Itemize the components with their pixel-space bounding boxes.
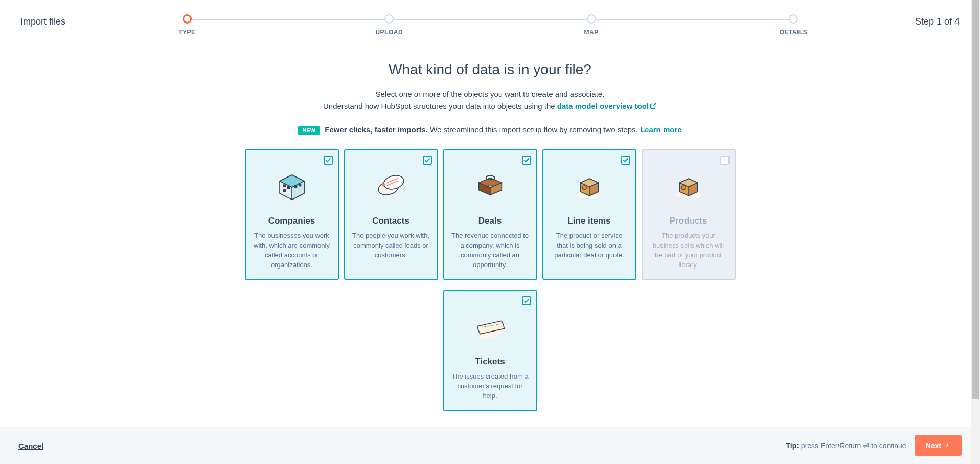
card-description: The product or service that is being sol…	[551, 231, 628, 260]
card-title: Line items	[551, 216, 628, 226]
card-title: Deals	[451, 216, 529, 226]
step-circle	[789, 14, 798, 24]
chevron-right-icon	[944, 441, 950, 450]
step-label: MAP	[584, 29, 599, 36]
ticket-icon	[451, 300, 529, 351]
card-description: The products your business sells which w…	[650, 231, 727, 270]
svg-rect-8	[298, 184, 301, 187]
card-contacts[interactable]: Contacts The people you work with, commo…	[344, 149, 438, 280]
main-heading: What kind of data is in your file?	[194, 61, 787, 78]
svg-rect-5	[287, 186, 290, 189]
step-label: DETAILS	[780, 29, 807, 36]
step-label: UPLOAD	[375, 29, 403, 36]
stepper: TYPE UPLOAD MAP DETAILS	[86, 10, 895, 36]
card-title: Products	[650, 216, 727, 226]
scrollbar-thumb[interactable]	[972, 0, 979, 399]
step-circle-active	[183, 14, 192, 24]
step-circle	[587, 14, 596, 24]
footer: Cancel Tip: press Enter/Return ⏎ to cont…	[0, 427, 980, 464]
card-grid: Companies The businesses you work with, …	[194, 149, 787, 411]
card-title: Companies	[253, 216, 331, 226]
learn-more-link[interactable]: Learn more	[640, 125, 682, 134]
scrollbar[interactable]	[971, 0, 980, 464]
card-description: The revenue connected to a company, whic…	[451, 231, 529, 270]
checkbox-checked-icon	[621, 156, 630, 165]
box-icon	[551, 160, 628, 211]
checkbox-checked-icon	[324, 156, 333, 165]
address-book-icon	[352, 160, 430, 211]
header: Import files TYPE UPLOAD MAP DETAILS Ste…	[0, 0, 980, 41]
step-counter: Step 1 of 4	[915, 16, 960, 27]
box-icon	[650, 160, 727, 211]
card-products: Products The products your business sell…	[642, 149, 736, 280]
card-deals[interactable]: Deals The revenue connected to a company…	[443, 149, 537, 280]
card-line-items[interactable]: Line items The product or service that i…	[542, 149, 636, 280]
next-button[interactable]: Next	[915, 435, 962, 456]
card-description: The issues created from a customer's req…	[451, 372, 529, 401]
building-icon	[253, 160, 331, 211]
svg-rect-7	[294, 185, 297, 188]
checkbox-checked-icon	[522, 156, 531, 165]
svg-rect-4	[283, 184, 286, 187]
banner: NEW Fewer clicks, faster imports. We str…	[194, 125, 787, 135]
svg-rect-6	[283, 189, 286, 192]
svg-point-22	[582, 186, 586, 190]
data-model-overview-link[interactable]: data model overview tool	[557, 102, 657, 111]
tip-text: Tip: press Enter/Return ⏎ to continue	[786, 441, 906, 450]
step-type: TYPE	[86, 14, 288, 36]
card-description: The people you work with, commonly calle…	[352, 231, 430, 260]
external-link-icon	[650, 101, 657, 113]
subtitle: Select one or more of the objects you wa…	[194, 88, 787, 113]
step-label: TYPE	[178, 29, 195, 36]
step-upload: UPLOAD	[288, 14, 490, 36]
card-tickets[interactable]: Tickets The issues created from a custom…	[443, 290, 537, 411]
page-title: Import files	[20, 16, 65, 27]
step-circle	[384, 14, 394, 24]
card-description: The businesses you work with, which are …	[253, 231, 331, 270]
new-badge: NEW	[298, 126, 320, 135]
svg-line-0	[653, 103, 656, 106]
svg-rect-17	[488, 185, 491, 187]
briefcase-icon	[451, 160, 529, 211]
checkbox-unchecked-icon	[720, 156, 730, 165]
step-details: DETAILS	[692, 14, 894, 36]
card-title: Tickets	[451, 357, 529, 367]
checkbox-checked-icon	[522, 296, 531, 305]
card-title: Contacts	[352, 216, 430, 226]
svg-point-27	[681, 186, 686, 190]
card-companies[interactable]: Companies The businesses you work with, …	[245, 149, 339, 280]
main-content: What kind of data is in your file? Selec…	[184, 41, 797, 464]
step-map: MAP	[490, 14, 692, 36]
cancel-button[interactable]: Cancel	[18, 441, 43, 450]
checkbox-checked-icon	[423, 156, 432, 165]
